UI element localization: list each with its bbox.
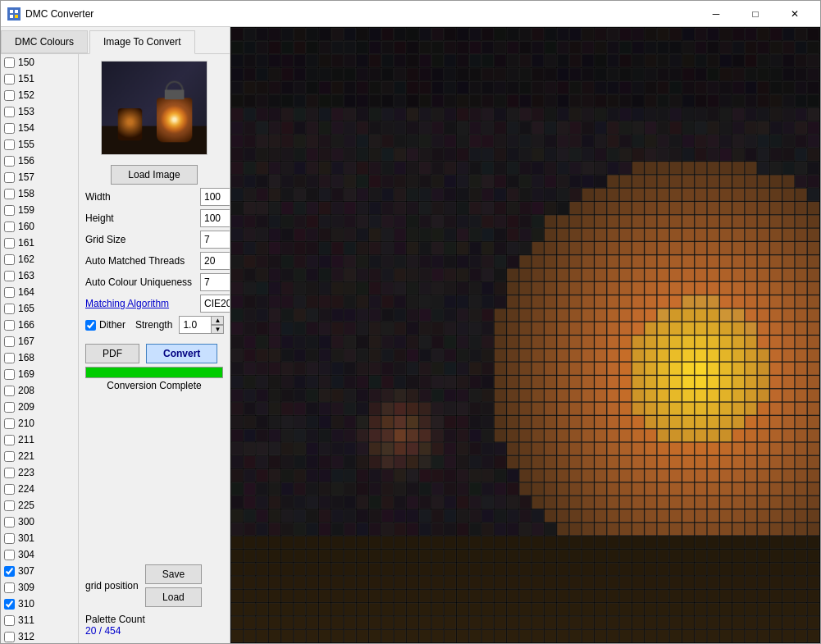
dmc-checkbox-163[interactable]: [4, 271, 15, 281]
dmc-checkbox-167[interactable]: [4, 336, 15, 347]
dmc-label-164: 164: [18, 286, 34, 298]
dmc-item[interactable]: 161: [1, 235, 78, 251]
dmc-checkbox-309[interactable]: [4, 582, 15, 593]
dmc-checkbox-312[interactable]: [4, 632, 15, 642]
maximize-button[interactable]: □: [737, 2, 774, 26]
dmc-list[interactable]: 1501511521531541551561571581591601611621…: [1, 54, 78, 643]
dmc-checkbox-158[interactable]: [4, 189, 15, 199]
load-button[interactable]: Load: [145, 587, 202, 607]
dmc-checkbox-225[interactable]: [4, 500, 15, 511]
dmc-item[interactable]: 301: [1, 530, 78, 546]
dmc-checkbox-168[interactable]: [4, 353, 15, 363]
dmc-checkbox-304[interactable]: [4, 550, 15, 560]
grid-size-input[interactable]: [200, 231, 230, 249]
dmc-item[interactable]: 307: [1, 563, 78, 579]
dmc-item[interactable]: 169: [1, 366, 78, 382]
dmc-item[interactable]: 162: [1, 251, 78, 267]
dmc-item[interactable]: 160: [1, 218, 78, 235]
dmc-item[interactable]: 224: [1, 481, 78, 497]
strength-up-btn[interactable]: ▲: [211, 316, 224, 325]
auto-colour-input[interactable]: [200, 273, 230, 291]
dmc-item[interactable]: 158: [1, 185, 78, 202]
dmc-item[interactable]: 210: [1, 415, 78, 432]
dmc-checkbox-153[interactable]: [4, 107, 15, 117]
dmc-checkbox-211[interactable]: [4, 435, 15, 445]
strength-input[interactable]: [179, 316, 212, 334]
dmc-item[interactable]: 211: [1, 432, 78, 448]
dmc-item[interactable]: 168: [1, 349, 78, 366]
dmc-checkbox-221[interactable]: [4, 451, 15, 462]
dmc-item[interactable]: 164: [1, 284, 78, 300]
dmc-item[interactable]: 209: [1, 399, 78, 415]
dmc-item[interactable]: 304: [1, 546, 78, 563]
svg-rect-3: [10, 15, 13, 18]
dmc-item[interactable]: 153: [1, 103, 78, 120]
dmc-checkbox-159[interactable]: [4, 205, 15, 216]
dmc-checkbox-157[interactable]: [4, 172, 15, 183]
dmc-checkbox-208[interactable]: [4, 386, 15, 396]
height-input[interactable]: [200, 209, 230, 227]
dmc-checkbox-150[interactable]: [4, 57, 15, 68]
matching-algo-select[interactable]: CIE2000 RGB HSL: [200, 295, 230, 313]
tab-dmc-colours[interactable]: DMC Colours: [1, 30, 88, 53]
dmc-item[interactable]: 300: [1, 514, 78, 530]
main-canvas-area[interactable]: [230, 27, 820, 643]
pdf-button[interactable]: PDF: [85, 344, 139, 363]
minimize-button[interactable]: ─: [697, 2, 735, 26]
dmc-item[interactable]: 309: [1, 579, 78, 596]
load-image-button[interactable]: Load Image: [111, 165, 197, 185]
dmc-checkbox-169[interactable]: [4, 369, 15, 380]
dmc-checkbox-307[interactable]: [4, 566, 15, 577]
dmc-checkbox-152[interactable]: [4, 90, 15, 101]
dmc-checkbox-310[interactable]: [4, 599, 15, 610]
dmc-item[interactable]: 163: [1, 267, 78, 284]
dmc-item[interactable]: 151: [1, 71, 78, 87]
dmc-item[interactable]: 152: [1, 87, 78, 103]
dmc-checkbox-155[interactable]: [4, 139, 15, 150]
dmc-item[interactable]: 154: [1, 120, 78, 136]
close-button[interactable]: ✕: [776, 2, 814, 26]
dmc-checkbox-161[interactable]: [4, 238, 15, 249]
matching-algo-link[interactable]: Matching Algorithm: [85, 298, 200, 309]
strength-down-btn[interactable]: ▼: [211, 325, 224, 334]
dmc-item[interactable]: 155: [1, 136, 78, 153]
dmc-checkbox-154[interactable]: [4, 123, 15, 134]
dmc-item[interactable]: 166: [1, 317, 78, 333]
dmc-item[interactable]: 150: [1, 54, 78, 71]
dmc-item[interactable]: 208: [1, 382, 78, 399]
dmc-checkbox-300[interactable]: [4, 517, 15, 528]
tab-image-to-convert[interactable]: Image To Convert: [89, 30, 195, 54]
dmc-item[interactable]: 223: [1, 464, 78, 481]
dmc-item[interactable]: 167: [1, 333, 78, 349]
save-button[interactable]: Save: [145, 564, 202, 584]
dmc-checkbox-311[interactable]: [4, 615, 15, 626]
dmc-checkbox-224[interactable]: [4, 484, 15, 495]
dmc-label-225: 225: [18, 500, 34, 511]
dmc-checkbox-162[interactable]: [4, 254, 15, 265]
dmc-checkbox-223[interactable]: [4, 468, 15, 478]
dmc-item[interactable]: 310: [1, 596, 78, 612]
dmc-item[interactable]: 157: [1, 169, 78, 185]
dmc-checkbox-301[interactable]: [4, 533, 15, 544]
convert-button[interactable]: Convert: [146, 344, 217, 363]
dmc-item[interactable]: 165: [1, 300, 78, 317]
dmc-item[interactable]: 312: [1, 628, 78, 643]
auto-matched-input[interactable]: [200, 252, 230, 270]
dmc-checkbox-209[interactable]: [4, 402, 15, 413]
dmc-checkbox-151[interactable]: [4, 74, 15, 84]
dmc-item[interactable]: 221: [1, 448, 78, 464]
dmc-item[interactable]: 156: [1, 153, 78, 169]
dmc-checkbox-164[interactable]: [4, 287, 15, 298]
dmc-checkbox-156[interactable]: [4, 156, 15, 167]
pixel-art-canvas[interactable]: [230, 27, 820, 643]
strength-spinner: ▲ ▼: [179, 316, 224, 334]
dmc-checkbox-160[interactable]: [4, 222, 15, 232]
dmc-item[interactable]: 225: [1, 497, 78, 514]
dmc-checkbox-165[interactable]: [4, 304, 15, 314]
width-input[interactable]: [200, 188, 230, 206]
dmc-item[interactable]: 159: [1, 202, 78, 218]
dmc-checkbox-210[interactable]: [4, 418, 15, 429]
dither-checkbox[interactable]: [85, 320, 96, 331]
dmc-item[interactable]: 311: [1, 612, 78, 628]
dmc-checkbox-166[interactable]: [4, 320, 15, 331]
